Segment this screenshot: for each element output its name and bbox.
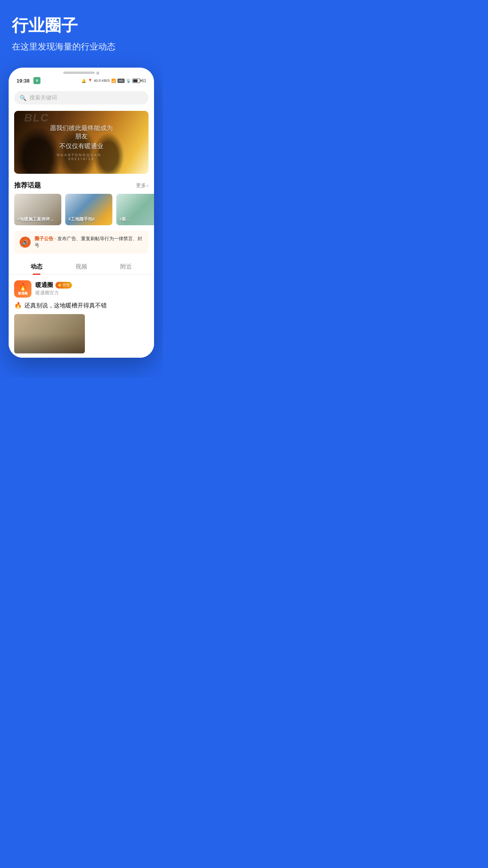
hero-subtitle: 在这里发现海量的行业动态 <box>12 41 151 53</box>
phone-notch-row <box>15 72 148 75</box>
bottom-spacer <box>0 358 163 377</box>
post-item[interactable]: 🔥 暖通圈 暖通圈 ⭐ 管理 暖通圈官方 <box>9 275 154 358</box>
tab-active-indicator <box>33 274 40 275</box>
post-user-info: 暖通圈 ⭐ 管理 暖通圈官方 <box>35 281 149 296</box>
phone-notch-pill <box>63 72 95 74</box>
signal-icon: 📡 <box>126 79 131 83</box>
hero-title: 行业圈子 <box>12 16 151 35</box>
topic-card-label-1: #地暖施工案例评... <box>17 216 58 222</box>
post-sub-label: 暖通圈官方 <box>35 290 149 296</box>
topics-scroll: #地暖施工案例评... #工地随手拍# #新... <box>9 194 154 231</box>
status-icons: 🔔 📍 40.0 KB/S 📶 HD 📡 61 <box>81 79 146 83</box>
status-time: 19:38 <box>17 78 29 84</box>
post-avatar: 🔥 暖通圈 <box>14 280 31 298</box>
tab-video[interactable]: 视频 <box>68 259 95 274</box>
banner-sub: NUANTONGQUAN · 2021/4/13 <box>48 153 115 161</box>
post-content-text: 还真别说，这地暖槽开得真不错 <box>24 301 107 310</box>
post-username: 暖通圈 <box>35 281 53 289</box>
bell-icon: 🔔 <box>81 79 86 83</box>
fire-icon: 🔥 <box>14 301 22 310</box>
hero-section: 行业圈子 在这里发现海量的行业动态 <box>0 0 163 61</box>
hd-badge: HD <box>117 79 125 83</box>
app-icon: ¥ <box>33 77 40 84</box>
topic-card-label-3: #新... <box>119 216 154 222</box>
tab-dongtai-label: 动态 <box>31 263 42 270</box>
topics-section-title: 推荐话题 <box>14 181 41 190</box>
phone-notch-dot <box>96 72 99 75</box>
page-container: 行业圈子 在这里发现海量的行业动态 19:38 ¥ 🔔 📍 40.0 KB/S … <box>0 0 163 377</box>
tabs-row: 动态 视频 附近 <box>9 259 154 275</box>
banner-image[interactable]: BLC 愿我们彼此最终能成为朋友 不仅仅有暖通业 NUANTONGQUAN · … <box>14 111 149 174</box>
topic-card-label-2: #工地随手拍# <box>68 216 109 222</box>
battery-percent: 61 <box>142 79 146 83</box>
topic-card-2[interactable]: #工地随手拍# <box>65 194 112 225</box>
banner-text-overlay: BLC 愿我们彼此最终能成为朋友 不仅仅有暖通业 NUANTONGQUAN · … <box>48 124 115 161</box>
badge-star-icon: ⭐ <box>58 283 62 287</box>
phone-frame: 19:38 ¥ 🔔 📍 40.0 KB/S 📶 HD 📡 61 <box>9 68 154 358</box>
announcement-text: 圈子公告 · 发布广告、重复刷帖等行为一律禁言、封号 <box>35 235 143 249</box>
banner-big-decorative-text: BLC <box>24 112 50 123</box>
battery-icon <box>132 79 140 83</box>
tab-dongtai[interactable]: 动态 <box>23 259 50 274</box>
phone-top-bar: 19:38 ¥ 🔔 📍 40.0 KB/S 📶 HD 📡 61 <box>9 68 154 86</box>
banner-line1: 愿我们彼此最终能成为朋友 <box>48 124 115 141</box>
avatar-logo: 暖通圈 <box>18 291 28 296</box>
tab-video-label: 视频 <box>75 263 87 270</box>
topics-more-button[interactable]: 更多 › <box>136 182 149 189</box>
location-icon: 📍 <box>88 79 92 83</box>
topics-more-label: 更多 <box>136 182 146 189</box>
announcement-icon: 🔊 <box>20 237 31 248</box>
announcement-prefix: 圈子公告 <box>35 236 53 241</box>
post-badge: ⭐ 管理 <box>55 282 72 289</box>
search-area: 🔍 搜索关键词 <box>9 86 154 109</box>
chevron-right-icon: › <box>147 183 149 188</box>
topics-section-header: 推荐话题 更多 › <box>9 179 154 194</box>
topic-card-3[interactable]: #新... <box>116 194 154 225</box>
search-icon: 🔍 <box>20 95 26 101</box>
topic-card-1[interactable]: #地暖施工案例评... <box>14 194 61 225</box>
tab-nearby-label: 附近 <box>120 263 132 270</box>
post-header: 🔥 暖通圈 暖通圈 ⭐ 管理 暖通圈官方 <box>14 280 149 298</box>
search-input-placeholder: 搜索关键词 <box>29 94 57 101</box>
wifi-icon: 📶 <box>111 79 116 83</box>
banner-line2: 不仅仅有暖通业 <box>48 142 115 151</box>
data-speed: 40.0 KB/S <box>94 79 110 83</box>
post-username-row: 暖通圈 ⭐ 管理 <box>35 281 149 289</box>
search-bar[interactable]: 🔍 搜索关键词 <box>14 91 149 105</box>
post-content: 🔥 还真别说，这地暖槽开得真不错 <box>14 301 149 310</box>
announcement-bar: 🔊 圈子公告 · 发布广告、重复刷帖等行为一律禁言、封号 <box>14 231 149 254</box>
post-image-overlay <box>14 314 85 353</box>
tab-nearby[interactable]: 附近 <box>112 259 140 274</box>
app-content: 🔍 搜索关键词 BLC 愿我们彼此最终能成为朋友 不仅仅有暖通业 NUANTON… <box>9 86 154 358</box>
badge-label: 管理 <box>62 283 70 288</box>
post-image-thumbnail[interactable] <box>14 314 85 353</box>
battery-fill <box>133 79 138 82</box>
status-bar: 19:38 ¥ 🔔 📍 40.0 KB/S 📶 HD 📡 61 <box>15 77 148 84</box>
